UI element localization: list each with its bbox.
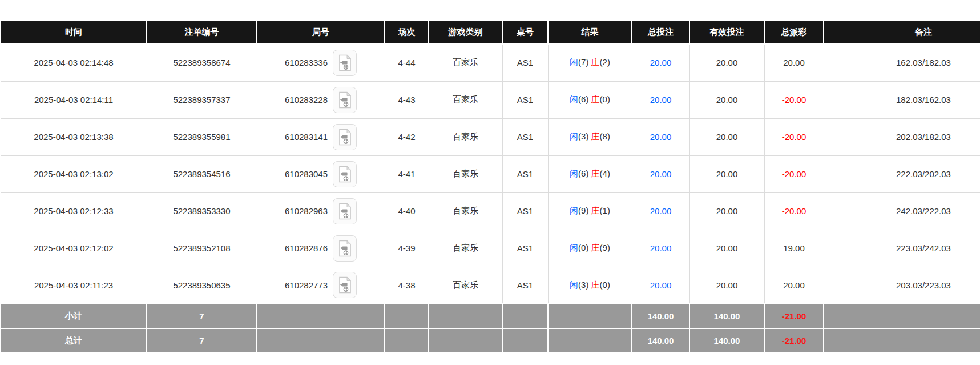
video-replay-button[interactable]: [333, 50, 357, 76]
bet-history-viewport: 时间注单编号局号场次游戏类别桌号结果总投注有效投注总派彩备注 2025-04-0…: [0, 20, 980, 354]
cell-session: 4-43: [385, 81, 429, 118]
cell-time: 2025-04-03 02:14:48: [1, 44, 147, 81]
col-header-round_id: 局号: [257, 21, 385, 44]
col-header-remark: 备注: [824, 21, 980, 44]
cell-payout: -20.00: [764, 81, 824, 118]
video-replay-button[interactable]: [333, 161, 357, 187]
subtotal-empty-cell: [502, 304, 548, 328]
grand-total-payout: -21.00: [764, 328, 824, 353]
result-banker-label: 庄: [591, 206, 600, 215]
subtotal-total-bet: 140.00: [632, 304, 689, 328]
cell-valid-bet: 20.00: [689, 155, 764, 192]
cell-session: 4-41: [385, 155, 429, 192]
subtotal-row: 小计7140.00140.00-21.00: [1, 304, 980, 328]
cell-round-id: 610282963: [257, 192, 385, 230]
result-player-score: (6): [578, 94, 588, 104]
cell-total-bet: 20.00: [632, 44, 689, 81]
cell-remark: 222.03/202.03: [824, 155, 980, 192]
round-id-group: 610282876: [258, 235, 384, 262]
cell-result: 闲(6) 庄(0): [548, 81, 632, 118]
round-id-group: 610282963: [258, 198, 384, 224]
total-bet-link[interactable]: 20.00: [650, 169, 672, 179]
cell-valid-bet: 20.00: [689, 230, 764, 267]
video-file-icon: [337, 91, 352, 109]
result-banker-label: 庄: [591, 131, 600, 141]
total-bet-link[interactable]: 20.00: [650, 206, 672, 216]
total-bet-link[interactable]: 20.00: [650, 280, 672, 290]
cell-time: 2025-04-03 02:11:23: [1, 267, 147, 304]
cell-time: 2025-04-03 02:13:02: [1, 155, 147, 192]
cell-result: 闲(3) 庄(8): [548, 118, 632, 155]
grand-total-empty-cell: [385, 328, 429, 353]
result-banker-label: 庄: [591, 94, 600, 104]
video-file-icon: [337, 203, 352, 220]
result-player-label: 闲: [570, 280, 578, 290]
video-replay-button[interactable]: [333, 87, 357, 113]
video-replay-button[interactable]: [333, 198, 357, 224]
cell-remark: 182.03/162.03: [824, 81, 980, 118]
table-header: 时间注单编号局号场次游戏类别桌号结果总投注有效投注总派彩备注: [1, 21, 980, 44]
total-bet-link[interactable]: 20.00: [650, 243, 672, 253]
cell-result: 闲(7) 庄(2): [548, 44, 632, 81]
col-header-payout: 总派彩: [764, 21, 824, 44]
table-row: 2025-04-03 02:12:33522389353330610282963…: [1, 192, 980, 230]
col-header-bet_id: 注单编号: [147, 21, 257, 44]
cell-total-bet: 20.00: [632, 230, 689, 267]
result-player-label: 闲: [570, 57, 578, 67]
cell-total-bet: 20.00: [632, 155, 689, 192]
cell-table-id: AS1: [502, 230, 548, 267]
cell-bet-id: 522389357337: [147, 81, 257, 118]
cell-time: 2025-04-03 02:13:38: [1, 118, 147, 155]
cell-remark: 162.03/182.03: [824, 44, 980, 81]
cell-round-id: 610283141: [257, 118, 385, 155]
round-id-group: 610283228: [258, 87, 384, 113]
subtotal-count: 7: [147, 304, 257, 328]
total-bet-link[interactable]: 20.00: [650, 58, 672, 67]
cell-valid-bet: 20.00: [689, 118, 764, 155]
subtotal-payout: -21.00: [764, 304, 824, 328]
col-header-table_id: 桌号: [502, 21, 548, 44]
table-row: 2025-04-03 02:13:02522389354516610283045…: [1, 155, 980, 192]
col-header-total_bet: 总投注: [632, 21, 689, 44]
cell-result: 闲(0) 庄(9): [548, 230, 632, 267]
round-id-value: 610283141: [285, 132, 328, 142]
result-banker-label: 庄: [591, 169, 600, 178]
subtotal-label: 小计: [1, 304, 147, 328]
result-player-score: (9): [578, 206, 588, 215]
cell-total-bet: 20.00: [632, 118, 689, 155]
total-bet-link[interactable]: 20.00: [650, 132, 672, 142]
result-player-score: (0): [578, 243, 588, 252]
result-banker-score: (2): [600, 57, 610, 67]
subtotal-empty-cell: [548, 304, 632, 328]
round-id-value: 610283228: [285, 95, 328, 105]
cell-bet-id: 522389355981: [147, 118, 257, 155]
cell-valid-bet: 20.00: [689, 267, 764, 304]
round-id-value: 610282963: [285, 206, 328, 216]
cell-time: 2025-04-03 02:14:11: [1, 81, 147, 118]
video-replay-button[interactable]: [333, 272, 357, 298]
cell-game-type: 百家乐: [429, 81, 502, 118]
cell-valid-bet: 20.00: [689, 44, 764, 81]
video-replay-button[interactable]: [333, 235, 357, 262]
table-body: 2025-04-03 02:14:48522389358674610283336…: [1, 44, 980, 304]
cell-remark: 242.03/222.03: [824, 192, 980, 230]
result-player-label: 闲: [570, 131, 578, 141]
round-id-value: 610282876: [285, 243, 328, 253]
result-player-score: (3): [578, 131, 588, 141]
total-bet-link[interactable]: 20.00: [650, 95, 672, 105]
table-row: 2025-04-03 02:12:02522389352108610282876…: [1, 230, 980, 267]
col-header-game_type: 游戏类别: [429, 21, 502, 44]
grand-total-empty-cell: [548, 328, 632, 353]
result-player-score: (6): [578, 169, 588, 178]
grand-total-empty-cell: [824, 328, 980, 353]
video-replay-button[interactable]: [333, 124, 357, 150]
round-id-group: 610282773: [258, 272, 384, 298]
cell-result: 闲(6) 庄(4): [548, 155, 632, 192]
cell-bet-id: 522389350635: [147, 267, 257, 304]
cell-game-type: 百家乐: [429, 44, 502, 81]
cell-session: 4-38: [385, 267, 429, 304]
cell-result: 闲(3) 庄(0): [548, 267, 632, 304]
cell-total-bet: 20.00: [632, 192, 689, 230]
cell-payout: -20.00: [764, 118, 824, 155]
grand-total-valid-bet: 140.00: [689, 328, 764, 353]
